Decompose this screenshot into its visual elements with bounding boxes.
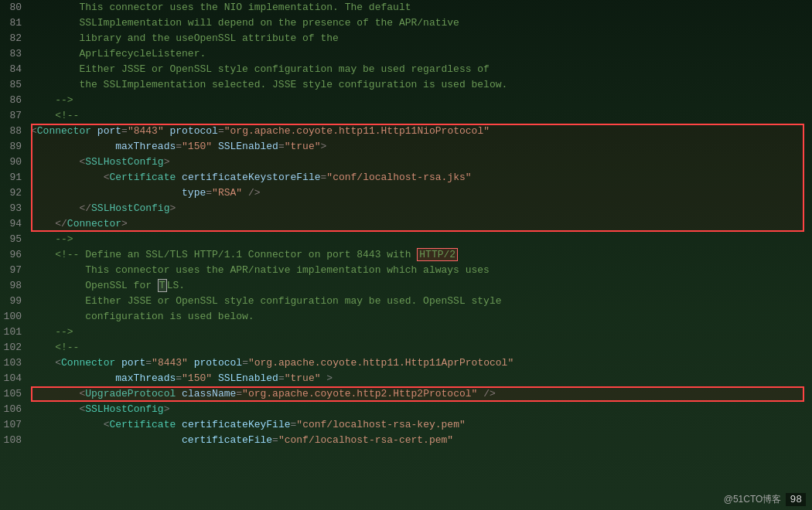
line-content: Either JSSE or OpenSSL style configurati… (31, 62, 812, 77)
code-line: 99 Either JSSE or OpenSSL style configur… (0, 294, 812, 309)
line-number: 89 (0, 139, 31, 155)
line-content: --> (31, 93, 812, 108)
line-number: 86 (0, 93, 31, 108)
line-number: 87 (0, 108, 31, 124)
code-line: 92 type="RSA" /> (0, 185, 812, 201)
code-area: 80 This connector uses the NIO implement… (0, 0, 812, 510)
code-line: 83 AprLifecycleListener. (0, 46, 812, 62)
tls-highlight: T (158, 279, 167, 292)
code-line: 107 <Certificate certificateKeyFile="con… (0, 417, 812, 433)
code-line: 104 maxThreads="150" SSLEnabled="true" > (0, 371, 812, 386)
line-number: 99 (0, 294, 31, 309)
line-number: 91 (0, 170, 31, 185)
code-line: 89 maxThreads="150" SSLEnabled="true"> (0, 139, 812, 155)
http2-highlight: HTTP/2 (417, 248, 458, 261)
code-line: 97 This connector uses the APR/native im… (0, 263, 812, 278)
code-line: 88 <Connector port="8443" protocol="org.… (0, 124, 812, 139)
line-content: This connector uses the APR/native imple… (31, 263, 812, 278)
line-content: <Connector port="8443" protocol="org.apa… (31, 355, 812, 371)
code-line: 80 This connector uses the NIO implement… (0, 0, 812, 15)
line-number: 107 (0, 417, 31, 433)
line-number: 90 (0, 155, 31, 170)
line-number: 96 (0, 247, 31, 263)
line-content: AprLifecycleListener. (31, 46, 812, 62)
line-content: --> (31, 232, 812, 247)
line-content: <Connector port="8443" protocol="org.apa… (31, 124, 812, 139)
code-line: 87 <!-- (0, 108, 812, 124)
line-content: </Connector> (31, 216, 812, 232)
code-line: 95 --> (0, 232, 812, 247)
line-content: <Certificate certificateKeyFile="conf/lo… (31, 417, 812, 433)
line-number: 80 (0, 0, 31, 15)
line-number: 101 (0, 325, 31, 340)
code-line: 81 SSLImplementation will depend on the … (0, 15, 812, 31)
line-number: 81 (0, 15, 31, 31)
code-line: 94 </Connector> (0, 216, 812, 232)
page-number: 98 (786, 493, 806, 506)
line-content: <SSLHostConfig> (31, 155, 812, 170)
line-number: 92 (0, 185, 31, 201)
line-number: 82 (0, 31, 31, 46)
line-content: --> (31, 325, 812, 340)
code-line: 93 </SSLHostConfig> (0, 201, 812, 216)
line-number: 95 (0, 232, 31, 247)
line-content: <UpgradeProtocol className="org.apache.c… (31, 386, 812, 402)
line-content: configuration is used below. (31, 309, 812, 325)
line-content: <SSLHostConfig> (31, 402, 812, 417)
line-content: maxThreads="150" SSLEnabled="true" > (31, 371, 812, 386)
line-content: <!-- (31, 108, 812, 124)
code-line: 90 <SSLHostConfig> (0, 155, 812, 170)
code-line: 96 <!-- Define an SSL/TLS HTTP/1.1 Conne… (0, 247, 812, 263)
code-line: 84 Either JSSE or OpenSSL style configur… (0, 62, 812, 77)
line-content: maxThreads="150" SSLEnabled="true"> (31, 139, 812, 155)
line-number: 83 (0, 46, 31, 62)
line-content: This connector uses the NIO implementati… (31, 0, 812, 15)
line-content: </SSLHostConfig> (31, 201, 812, 216)
line-content: <!-- (31, 340, 812, 355)
line-content: SSLImplementation will depend on the pre… (31, 15, 812, 31)
code-line: 106 <SSLHostConfig> (0, 402, 812, 417)
code-line: 101 --> (0, 325, 812, 340)
code-line: 103 <Connector port="8443" protocol="org… (0, 355, 812, 371)
line-number: 98 (0, 278, 31, 294)
line-number: 88 (0, 124, 31, 139)
line-content: the SSLImplementation selected. JSSE sty… (31, 77, 812, 93)
line-number: 108 (0, 433, 31, 448)
code-line: 100 configuration is used below. (0, 309, 812, 325)
line-number: 106 (0, 402, 31, 417)
line-number: 105 (0, 386, 31, 402)
line-content: type="RSA" /> (31, 185, 812, 201)
line-content: library and the useOpenSSL attribute of … (31, 31, 812, 46)
code-line: 82 library and the useOpenSSL attribute … (0, 31, 812, 46)
code-line: 102 <!-- (0, 340, 812, 355)
site-watermark: @51CTO博客 (724, 493, 782, 506)
line-number: 102 (0, 340, 31, 355)
line-number: 93 (0, 201, 31, 216)
line-number: 85 (0, 77, 31, 93)
line-number: 104 (0, 371, 31, 386)
code-line: 108 certificateFile="conf/localhost-rsa-… (0, 433, 812, 448)
line-number: 103 (0, 355, 31, 371)
editor-container: 80 This connector uses the NIO implement… (0, 0, 812, 510)
code-line: 85 the SSLImplementation selected. JSSE … (0, 77, 812, 93)
line-content: Either JSSE or OpenSSL style configurati… (31, 294, 812, 309)
line-number: 100 (0, 309, 31, 325)
code-line: 98 OpenSSL for TLS. (0, 278, 812, 294)
code-line: 105 <UpgradeProtocol className="org.apac… (0, 386, 812, 402)
line-number: 94 (0, 216, 31, 232)
code-line: 91 <Certificate certificateKeystoreFile=… (0, 170, 812, 185)
line-number: 84 (0, 62, 31, 77)
line-content: <!-- Define an SSL/TLS HTTP/1.1 Connecto… (31, 247, 812, 263)
line-content: OpenSSL for TLS. (31, 278, 812, 294)
line-content: <Certificate certificateKeystoreFile="co… (31, 170, 812, 185)
line-number: 97 (0, 263, 31, 278)
code-line: 86 --> (0, 93, 812, 108)
line-content: certificateFile="conf/localhost-rsa-cert… (31, 433, 812, 448)
